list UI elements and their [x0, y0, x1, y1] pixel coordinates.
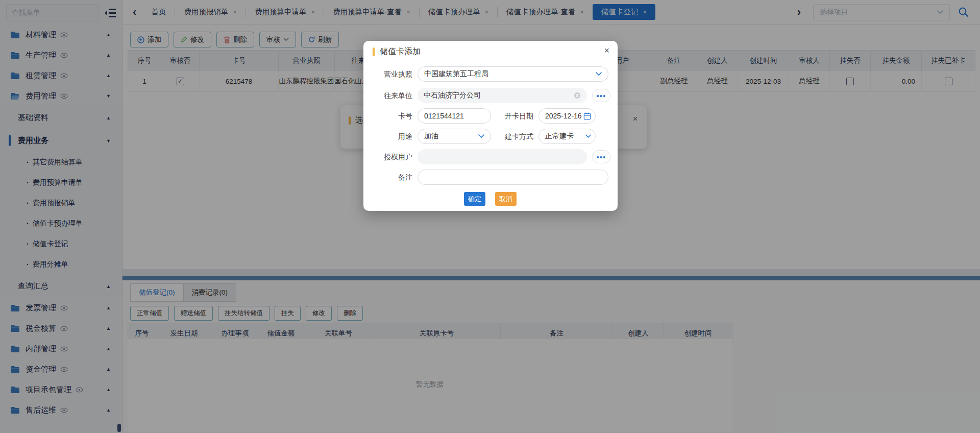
business-license-select[interactable]: 中国建筑第五工程局 — [418, 66, 608, 82]
business-license-label: 营业执照 — [363, 66, 412, 82]
add-card-modal: 储值卡添加 × 营业执照 中国建筑第五工程局 往来单位 中石油济宁分公司 •••… — [363, 41, 618, 211]
modal-title: 储值卡添加 — [373, 46, 421, 57]
chevron-down-icon — [596, 72, 602, 76]
auth-user-label: 授权用户 — [363, 149, 412, 164]
create-mode-select[interactable]: 正常建卡 — [538, 129, 596, 144]
partner-label: 往来单位 — [363, 88, 412, 103]
purpose-label: 用途 — [363, 129, 412, 144]
ok-button[interactable]: 确定 — [464, 192, 485, 206]
card-no-label: 卡号 — [363, 108, 412, 124]
partner-lookup-button[interactable]: ••• — [592, 89, 610, 102]
app-window: 查找菜单 材料管理▲生产管理▲租赁管理▲费用管理▼基础资料▲费用业务▼·其它费用… — [0, 0, 980, 433]
remark-input[interactable] — [418, 170, 608, 185]
card-no-input[interactable]: 0121544121 — [418, 108, 491, 124]
chevron-down-icon — [585, 134, 591, 138]
calendar-icon[interactable] — [583, 112, 591, 120]
open-date-input[interactable]: 2025-12-16 — [538, 108, 596, 124]
clear-icon[interactable] — [574, 92, 581, 99]
purpose-select[interactable]: 加油 — [418, 129, 491, 144]
auth-user-lookup-button[interactable]: ••• — [592, 150, 610, 163]
partner-lookup-input[interactable]: 中石油济宁分公司 — [418, 88, 587, 103]
remark-label: 备注 — [363, 170, 412, 185]
auth-user-lookup-input[interactable] — [418, 149, 587, 164]
close-icon[interactable]: × — [604, 45, 609, 56]
title-accent-bar — [373, 47, 375, 56]
cancel-button[interactable]: 取消 — [495, 192, 517, 206]
chevron-down-icon — [478, 134, 484, 138]
open-date-label: 开卡日期 — [484, 108, 533, 124]
create-mode-label: 建卡方式 — [484, 129, 533, 144]
